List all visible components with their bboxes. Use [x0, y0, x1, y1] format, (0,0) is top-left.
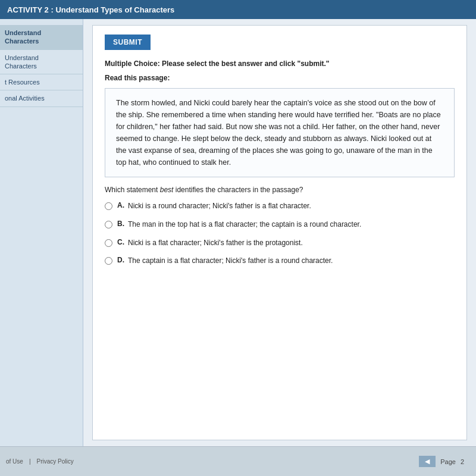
- sidebar-item-activities[interactable]: onal Activities: [0, 90, 83, 107]
- sidebar-item-understand-characters-1[interactable]: Understand Characters: [0, 25, 83, 50]
- header-bar: ACTIVITY 2 : Understand Types of Charact…: [0, 0, 476, 19]
- main-layout: Understand Characters Understand Charact…: [0, 19, 476, 446]
- content-inner: SUBMIT Multiple Choice: Please select th…: [92, 25, 467, 440]
- answer-choice-d[interactable]: D. The captain is a flat character; Nick…: [105, 256, 455, 266]
- answer-label-d: D.: [117, 256, 124, 264]
- answer-choice-a[interactable]: A. Nicki is a round character; Nicki's f…: [105, 201, 455, 211]
- answer-text-b: The man in the top hat is a flat charact…: [128, 220, 361, 230]
- answer-text-d: The captain is a flat character; Nicki's…: [128, 256, 333, 266]
- radio-c[interactable]: [105, 239, 112, 247]
- bottom-links: of Use | Privacy Policy: [6, 458, 74, 465]
- answer-label-b: B.: [117, 220, 124, 228]
- read-passage-label: Read this passage:: [105, 74, 455, 82]
- header-title: ACTIVITY 2 : Understand Types of Charact…: [7, 5, 174, 14]
- submit-button[interactable]: SUBMIT: [105, 35, 151, 50]
- page-number: 2: [461, 458, 464, 465]
- answer-text-c: Nicki is a flat character; Nicki's fathe…: [128, 238, 303, 248]
- content-area: SUBMIT Multiple Choice: Please select th…: [83, 19, 476, 446]
- page-label: Page: [440, 458, 456, 465]
- answer-label-c: C.: [117, 238, 124, 246]
- passage-text: The storm howled, and Nicki could barely…: [116, 99, 441, 167]
- sidebar-item-resources[interactable]: t Resources: [0, 74, 83, 90]
- sidebar-item-understand-characters-2[interactable]: Understand Characters: [0, 50, 83, 75]
- privacy-link[interactable]: Privacy Policy: [37, 458, 74, 465]
- page-nav: ◀ Page 2: [419, 456, 464, 467]
- bottom-bar: of Use | Privacy Policy ◀ Page 2: [0, 446, 476, 476]
- answer-label-a: A.: [117, 201, 124, 209]
- answer-text-a: Nicki is a round character; Nicki's fath…: [128, 201, 311, 211]
- answer-choices: A. Nicki is a round character; Nicki's f…: [105, 201, 455, 266]
- prev-page-button[interactable]: ◀: [419, 456, 436, 467]
- which-statement: Which statement best identifies the char…: [105, 186, 455, 194]
- answer-choice-b[interactable]: B. The man in the top hat is a flat char…: [105, 220, 455, 230]
- answer-choice-c[interactable]: C. Nicki is a flat character; Nicki's fa…: [105, 238, 455, 248]
- radio-b[interactable]: [105, 221, 112, 228]
- radio-d[interactable]: [105, 257, 112, 265]
- question-instructions: Multiple Choice: Please select the best …: [105, 60, 455, 68]
- radio-a[interactable]: [105, 202, 112, 210]
- passage-box: The storm howled, and Nicki could barely…: [105, 88, 455, 177]
- sidebar: Understand Characters Understand Charact…: [0, 19, 83, 446]
- terms-link[interactable]: of Use: [6, 458, 23, 465]
- which-statement-emphasis: best: [160, 186, 174, 194]
